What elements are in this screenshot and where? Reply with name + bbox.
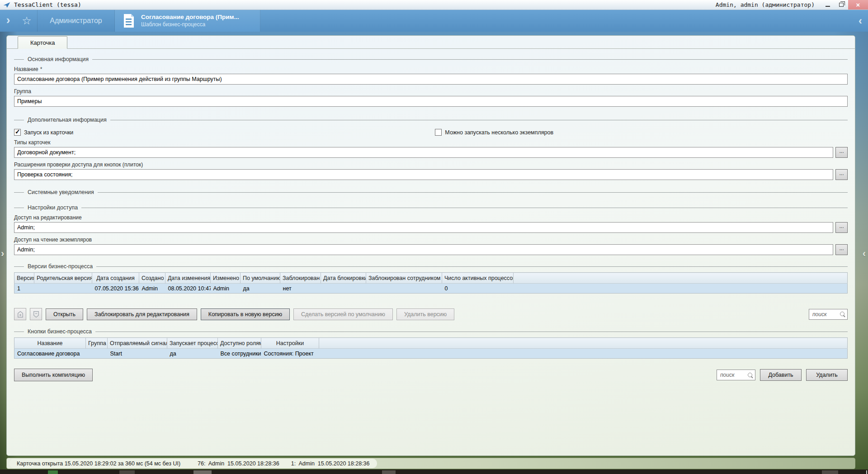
process-buttons-table: Название Группа Отправляемый сигнал Запу… [14,337,848,359]
cell: 07.05.2020 15:36 [92,284,139,294]
minimize-button[interactable] [821,0,835,9]
status-instance-info: 1: Admin 15.05.2020 18:28:36 [291,460,370,467]
checkbox-unchecked-icon [435,129,442,136]
cell-filler [514,284,848,294]
group-input[interactable] [14,96,848,107]
section-system-notifications: Системные уведомления [14,189,848,195]
current-user-label: Admin, admin (администратор) [716,1,815,8]
bottom-toolbar: Выполнить компиляцию Добавить Удалить [14,369,848,381]
main-tabbar: › ☆ Администратор Согласование договора … [0,10,868,32]
section-main-info-title: Основная информация [28,56,89,62]
tab-card[interactable]: Карточка [18,36,67,49]
required-marker: * [40,66,42,72]
process-buttons-search[interactable] [717,370,755,380]
decrease-row-height-button[interactable] [30,308,42,320]
column-header[interactable]: Создано [139,273,165,284]
column-header[interactable]: Число активных процессов [442,273,514,284]
column-header[interactable]: Родительская версия [34,273,92,284]
section-process-buttons: Кнопки бизнес-процесса [14,328,848,335]
status-version-info: 76: Admin 15.05.2020 18:28:36 [198,460,279,467]
chevron-right-icon: › [6,13,10,27]
tabbar-collapse-button[interactable]: ‹ [853,10,868,32]
read-access-label: Доступ на чтение экземпляров [14,237,848,243]
process-buttons-search-input[interactable] [720,372,746,378]
section-additional-info: Дополнительная информация [14,117,848,123]
column-header[interactable]: Дата создания [92,273,139,284]
column-header[interactable]: Доступно ролям [218,338,261,349]
access-ext-picker-button[interactable]: ... [835,169,848,180]
open-version-button[interactable]: Открыть [46,308,83,320]
versions-row-selected[interactable]: 1 07.05.2020 15:36 Admin 08.05.2020 10:4… [14,284,848,294]
compile-button[interactable]: Выполнить компиляцию [14,369,93,381]
read-access-input[interactable] [14,244,833,255]
tab-card-label: Карточка [30,39,55,46]
taskbar-clock-sliver [822,470,838,474]
read-access-picker-button[interactable]: ... [835,244,848,255]
versions-toolbar: Открыть Заблокировать для редактирования… [14,308,848,320]
os-taskbar-sliver [0,469,868,474]
close-button[interactable]: × [848,0,868,9]
taskbar-item [382,470,396,474]
collapse-rows-icon [32,310,40,318]
active-card-subtitle: Шаблон бизнес-процесса [141,21,239,28]
group-label: Группа [14,88,848,95]
column-header[interactable]: Название [14,338,86,349]
column-header[interactable]: Настройки [261,338,319,349]
section-system-notifications-title: Системные уведомления [28,189,94,195]
cell: Все сотрудники [218,349,261,359]
section-process-buttons-title: Кнопки бизнес-процесса [28,328,92,335]
card-types-picker-button[interactable]: ... [835,147,848,158]
run-from-card-label: Запуск из карточки [24,129,73,136]
column-header[interactable]: Заблокирован [280,273,321,284]
tab-active-card[interactable]: Согласование договора (Прим... Шаблон би… [115,10,260,32]
search-icon [748,373,753,378]
cell [321,284,366,294]
nav-forward-button[interactable]: › [0,10,16,32]
column-header[interactable]: Заблокирован сотрудником [366,273,442,284]
name-label: Название* [14,66,848,72]
card-types-input[interactable] [14,147,833,158]
status-bar: Карточка открыта 15.05.2020 18:29:02 за … [6,458,855,469]
lock-for-edit-button[interactable]: Заблокировать для редактирования [87,308,197,320]
versions-search[interactable] [809,309,848,320]
column-header[interactable]: Отправляемый сигнал [108,338,167,349]
column-header[interactable]: Дата изменения [165,273,211,284]
column-header[interactable]: По умолчанию [241,273,280,284]
column-header[interactable]: Группа [86,338,108,349]
taskbar-edge-line [866,470,867,474]
process-buttons-row-selected[interactable]: Согласование договора Start да Все сотру… [14,349,848,359]
column-header-filler [319,338,848,349]
column-header[interactable]: Запускает процесс [167,338,218,349]
multi-instance-checkbox[interactable]: Можно запускать несколько экземпляров [435,129,553,136]
right-panel-expand-button[interactable]: ‹ [863,248,866,260]
edit-access-picker-button[interactable]: ... [835,222,848,233]
cell: Start [108,349,167,359]
copy-to-new-version-button[interactable]: Копировать в новую версию [201,308,290,320]
edit-access-input[interactable] [14,222,833,233]
restore-button[interactable] [835,0,848,9]
taskbar-item [48,470,58,474]
status-card-opened: Карточка открыта 15.05.2020 18:29:02 за … [17,460,180,467]
favorites-button[interactable]: ☆ [16,10,37,32]
cell: да [241,284,280,294]
section-main-info: Основная информация [14,56,848,62]
section-access-settings-title: Настройки доступа [28,204,78,211]
run-from-card-checkbox[interactable]: Запуск из карточки [14,129,73,136]
tab-administrator-label: Администратор [50,17,102,25]
column-header[interactable]: Версия [14,273,34,284]
increase-row-height-button[interactable] [14,308,26,320]
column-header-filler [514,273,848,284]
access-ext-input[interactable] [14,169,833,180]
remove-button[interactable]: Удалить [806,369,848,381]
left-panel-expand-button[interactable]: › [1,248,4,260]
cell: да [167,349,218,359]
name-input[interactable] [14,74,848,85]
cell: 08.05.2020 10:47 [165,284,211,294]
access-ext-label: Расширения проверки доступа для кнопок (… [14,161,848,168]
column-header[interactable]: Дата блокировки [321,273,366,284]
tab-administrator[interactable]: Администратор [37,10,115,32]
add-button[interactable]: Добавить [760,369,802,381]
versions-search-input[interactable] [812,311,839,318]
column-header[interactable]: Изменено [211,273,241,284]
active-card-title: Согласование договора (Прим... [141,14,239,21]
